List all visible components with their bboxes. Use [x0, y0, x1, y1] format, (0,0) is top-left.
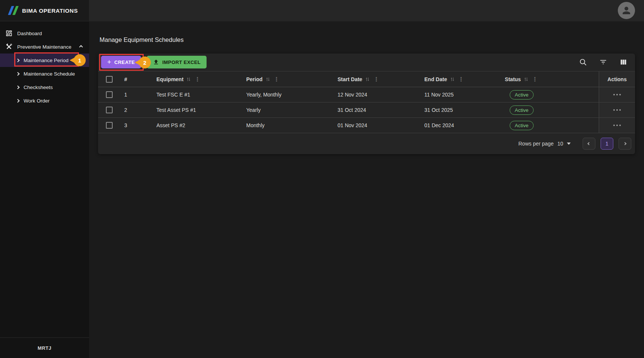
cell-equipment: Test FSC E #1: [156, 92, 246, 98]
brand-logo-icon: [10, 6, 17, 15]
row-checkbox[interactable]: [106, 107, 113, 113]
column-header-end-date: End Date ⋮: [424, 76, 488, 82]
cell-equipment: Asset PS #2: [156, 122, 246, 128]
columns-icon[interactable]: [617, 56, 630, 68]
user-avatar-button[interactable]: [618, 2, 635, 19]
column-header-start-date: Start Date ⋮: [338, 76, 424, 82]
table-pagination: Rows per page 10 1: [98, 133, 635, 154]
main-content: Manage Equipment Schedules + CREATE IMPO…: [89, 21, 644, 358]
cell-num: 3: [124, 122, 156, 128]
chevron-up-icon: [79, 45, 83, 49]
cell-equipment: Test Asset PS #1: [156, 107, 246, 113]
topbar: [89, 0, 644, 21]
person-icon: [621, 5, 632, 16]
column-menu-icon[interactable]: ⋮: [373, 76, 380, 82]
chevron-left-icon: [587, 142, 590, 145]
sidebar-footer: MRTJ: [0, 337, 89, 358]
import-excel-button[interactable]: IMPORT EXCEL: [147, 56, 207, 68]
select-all-checkbox[interactable]: [106, 76, 113, 83]
sidebar-item-label: Maintenance Period: [24, 58, 68, 63]
tools-icon: [5, 43, 13, 51]
sidebar-item-label: Preventive Maintenance: [17, 44, 71, 50]
cell-end-date: 11 Nov 2025: [424, 92, 488, 98]
row-actions-button[interactable]: [611, 122, 623, 128]
plus-icon: +: [107, 59, 112, 65]
equipment-schedules-card: + CREATE IMPORT EXCEL: [98, 53, 635, 154]
brand-title: BIMA OPERATIONS: [22, 7, 78, 14]
sidebar-item-label: Maintenance Schedule: [24, 71, 75, 77]
dashboard-icon: [5, 30, 13, 37]
status-badge: Active: [510, 121, 534, 130]
cell-period: Monthly: [246, 122, 338, 128]
cell-end-date: 01 Dec 2024: [424, 122, 488, 128]
card-toolbar: + CREATE IMPORT EXCEL: [98, 53, 635, 71]
create-button-label: CREATE: [115, 59, 135, 65]
table-toolbar-icons: [577, 56, 630, 68]
sidebar-item-label: Checksheets: [24, 85, 53, 90]
annotation-step-1-badge: 1: [74, 54, 86, 66]
sidebar-item-label: Dashboard: [17, 31, 42, 36]
cell-num: 1: [124, 92, 156, 98]
chevron-right-icon: [16, 85, 20, 89]
chevron-right-icon: [16, 58, 20, 62]
cell-start-date: 01 Nov 2024: [338, 122, 424, 128]
cell-period: Yearly: [246, 107, 338, 113]
import-button-label: IMPORT EXCEL: [162, 59, 201, 65]
rows-per-page-select[interactable]: Rows per page 10: [518, 141, 571, 147]
row-actions-button[interactable]: [611, 107, 623, 113]
status-badge: Active: [510, 90, 534, 100]
rows-per-page-label: Rows per page: [518, 141, 553, 147]
cell-period: Yearly, Monthly: [246, 92, 338, 98]
column-header-actions: Actions: [599, 71, 635, 87]
column-header-num: #: [124, 76, 156, 82]
cell-num: 2: [124, 107, 156, 113]
column-menu-icon[interactable]: ⋮: [531, 76, 538, 82]
page-title: Manage Equipment Schedules: [100, 36, 184, 43]
sort-icon[interactable]: [365, 77, 370, 82]
column-header-equipment: Equipment ⋮: [156, 76, 246, 82]
brand-header: BIMA OPERATIONS: [0, 0, 89, 21]
rows-per-page-value: 10: [557, 141, 563, 147]
sidebar-item-checksheets[interactable]: Checksheets: [0, 80, 89, 94]
table-header-row: # Equipment ⋮ Period ⋮ Start Date ⋮ End …: [98, 71, 635, 87]
table-row: 2 Test Asset PS #1 Yearly 31 Oct 2024 31…: [98, 102, 635, 118]
sidebar-item-work-order[interactable]: Work Order: [0, 94, 89, 107]
column-header-status: Status ⋮: [488, 76, 555, 82]
annotation-step-2-badge: 2: [139, 56, 151, 68]
chevron-down-icon: [567, 143, 571, 145]
chevron-right-icon: [16, 72, 20, 76]
column-header-period: Period ⋮: [246, 76, 338, 82]
cell-start-date: 31 Oct 2024: [338, 107, 424, 113]
next-page-button[interactable]: [619, 138, 631, 150]
chevron-right-icon: [16, 99, 20, 102]
sidebar: BIMA OPERATIONS Dashboard Preventive Mai…: [0, 0, 89, 358]
search-icon[interactable]: [577, 56, 589, 68]
row-checkbox[interactable]: [106, 122, 113, 129]
org-code: MRTJ: [38, 345, 52, 351]
column-menu-icon[interactable]: ⋮: [458, 76, 465, 82]
cell-start-date: 12 Nov 2024: [338, 92, 424, 98]
table-row: 3 Asset PS #2 Monthly 01 Nov 2024 01 Dec…: [98, 118, 635, 133]
sort-icon[interactable]: [450, 77, 455, 82]
cell-end-date: 31 Oct 2025: [424, 107, 488, 113]
filter-icon[interactable]: [597, 56, 610, 68]
column-menu-icon[interactable]: ⋮: [273, 76, 280, 82]
sidebar-item-dashboard[interactable]: Dashboard: [0, 27, 89, 40]
sort-icon[interactable]: [524, 77, 529, 82]
column-menu-icon[interactable]: ⋮: [194, 76, 201, 82]
page-1-button[interactable]: 1: [601, 138, 613, 150]
sidebar-item-label: Work Order: [24, 98, 50, 104]
sidebar-item-preventive-maintenance[interactable]: Preventive Maintenance: [0, 40, 89, 53]
table-row: 1 Test FSC E #1 Yearly, Monthly 12 Nov 2…: [98, 87, 635, 102]
upload-icon: [153, 59, 159, 65]
status-badge: Active: [510, 105, 534, 115]
chevron-right-icon: [623, 142, 626, 145]
prev-page-button[interactable]: [583, 138, 595, 150]
sort-icon[interactable]: [265, 77, 271, 82]
sidebar-item-maintenance-schedule[interactable]: Maintenance Schedule: [0, 67, 89, 80]
row-checkbox[interactable]: [106, 91, 113, 98]
row-actions-button[interactable]: [611, 92, 623, 98]
sort-icon[interactable]: [186, 77, 191, 82]
